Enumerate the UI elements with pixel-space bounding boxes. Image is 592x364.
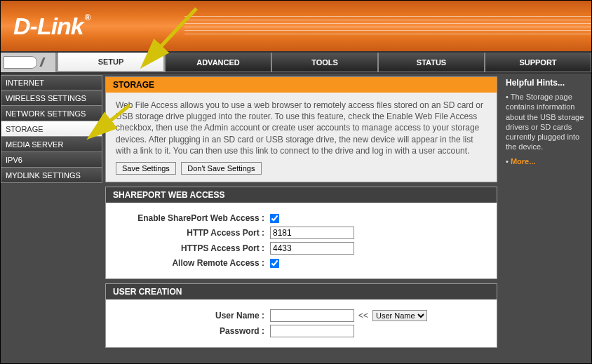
https-port-input[interactable] [270,242,354,255]
tab-support[interactable]: SUPPORT [485,53,591,72]
hints-text: • The Storage page contains information … [506,92,586,152]
sidebar-item-storage[interactable]: STORAGE [1,121,102,137]
save-settings-button[interactable]: Save Settings [116,162,176,175]
shareport-panel: SHAREPORT WEB ACCESS Enable SharePort We… [105,187,497,279]
nav-chip [4,56,37,69]
user-load-arrow-icon: << [358,310,368,321]
enable-shareport-checkbox[interactable] [270,213,280,223]
password-label: Password : [116,325,270,337]
dont-save-settings-button[interactable]: Don't Save Settings [181,162,261,175]
sidebar-item-network-settings[interactable]: NETWORK SETTINGS [1,106,102,121]
top-nav: // SETUP ADVANCED TOOLS STATUS SUPPORT [1,53,591,74]
hints-text-span: The Storage page contains information ab… [506,93,584,151]
https-port-label: HTTPS Access Port : [116,243,270,254]
sidebar-item-mydlink-settings[interactable]: MYDLINK SETTINGS [1,168,102,183]
content-area: STORAGE Web File Access allows you to us… [102,74,500,363]
http-port-input[interactable] [270,227,354,239]
user-creation-title: USER CREATION [106,284,497,299]
nav-slashes-icon: // [40,55,41,70]
username-input[interactable] [270,309,354,322]
hints-more-link[interactable]: More... [511,157,535,166]
registered-icon: ® [85,13,90,22]
username-label: User Name : [116,310,270,321]
sidebar-item-wireless-settings[interactable]: WIRELESS SETTINGS [1,90,102,106]
tab-status[interactable]: STATUS [378,53,485,72]
enable-shareport-label: Enable SharePort Web Access : [116,213,270,224]
storage-panel-title: STORAGE [106,77,497,93]
shareport-panel-title: SHAREPORT WEB ACCESS [106,187,497,203]
user-creation-panel: USER CREATION User Name : << User Name P… [105,283,497,348]
top-nav-spacer: // [1,53,57,72]
storage-description: Web File Access allows you to use a web … [116,100,487,156]
storage-panel-body: Web File Access allows you to use a web … [106,93,497,182]
hints-column: Helpful Hints... • The Storage page cont… [500,74,591,363]
sidebar-item-internet[interactable]: INTERNET [1,75,102,90]
sidebar: INTERNET WIRELESS SETTINGS NETWORK SETTI… [1,74,102,363]
header: D-Link® [1,1,591,53]
username-select[interactable]: User Name [372,310,427,321]
tab-advanced[interactable]: ADVANCED [165,53,271,72]
header-decor-stripes [184,13,591,40]
brand-logo: D-Link® [13,13,90,40]
storage-panel: STORAGE Web File Access allows you to us… [105,76,497,182]
allow-remote-checkbox[interactable] [270,258,280,268]
sidebar-item-media-server[interactable]: MEDIA SERVER [1,137,102,152]
tab-tools[interactable]: TOOLS [271,53,378,72]
sidebar-item-ipv6[interactable]: IPV6 [1,152,102,168]
hints-title: Helpful Hints... [506,78,586,88]
allow-remote-label: Allow Remote Access : [116,257,270,269]
brand-text: D-Link [13,13,83,39]
http-port-label: HTTP Access Port : [116,227,270,238]
password-input[interactable] [270,325,354,337]
tab-setup[interactable]: SETUP [57,53,165,72]
main-area: INTERNET WIRELESS SETTINGS NETWORK SETTI… [1,74,591,363]
